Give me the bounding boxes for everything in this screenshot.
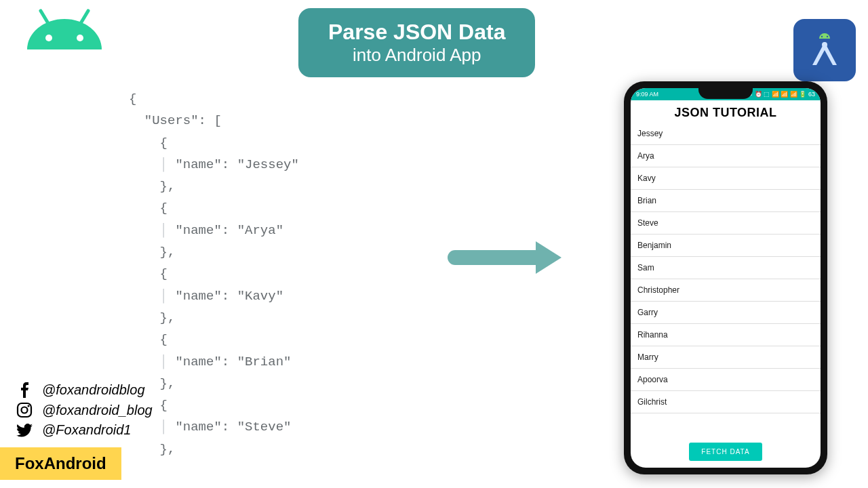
facebook-icon xyxy=(15,382,34,398)
phone-screen: 9:09 AM 46/s ✱ ⏰ ⬚ 📶 📶 📶 🔋 63 JSON TUTOR… xyxy=(631,88,821,468)
title-badge: Parse JSON Data into Android App xyxy=(298,8,535,77)
fetch-data-button[interactable]: FETCH DATA xyxy=(689,443,762,461)
arrow-icon xyxy=(448,241,570,274)
instagram-row: @foxandroid_blog xyxy=(15,402,153,418)
status-time: 9:09 AM xyxy=(636,91,658,98)
svg-point-8 xyxy=(22,407,28,413)
list-item[interactable]: Marry xyxy=(631,346,821,369)
svg-point-1 xyxy=(77,35,83,41)
list-item[interactable]: Garry xyxy=(631,302,821,324)
phone-notch xyxy=(698,88,753,99)
json-code-block: { "Users": [ { │ "name": "Jessey" }, { │… xyxy=(129,88,299,460)
facebook-handle: @foxandroidblog xyxy=(42,382,145,398)
svg-line-3 xyxy=(80,11,88,24)
list-item[interactable]: Arya xyxy=(631,145,821,167)
user-list: JesseyAryaKavyBrianSteveBenjaminSamChris… xyxy=(631,123,821,437)
svg-point-5 xyxy=(827,36,828,37)
twitter-icon xyxy=(15,424,34,437)
android-studio-icon xyxy=(793,19,856,81)
android-head-icon xyxy=(20,5,108,63)
list-item[interactable]: Sam xyxy=(631,257,821,279)
social-links: @foxandroidblog @foxandroid_blog @Foxand… xyxy=(15,382,153,442)
list-item[interactable]: Kavy xyxy=(631,167,821,190)
instagram-icon xyxy=(15,402,34,418)
instagram-handle: @foxandroid_blog xyxy=(42,403,153,418)
svg-line-2 xyxy=(41,11,49,24)
svg-point-6 xyxy=(822,42,827,47)
brand-tag: FoxAndroid xyxy=(0,447,121,480)
list-item[interactable]: Benjamin xyxy=(631,235,821,257)
phone-mockup: 9:09 AM 46/s ✱ ⏰ ⬚ 📶 📶 📶 🔋 63 JSON TUTOR… xyxy=(624,81,827,474)
list-item[interactable]: Apoorva xyxy=(631,369,821,391)
list-item[interactable]: Steve xyxy=(631,212,821,235)
svg-point-4 xyxy=(821,36,823,37)
title-line2: into Android App xyxy=(328,45,505,66)
list-item[interactable]: Jessey xyxy=(631,123,821,145)
svg-point-0 xyxy=(45,35,52,41)
twitter-handle: @Foxandroid1 xyxy=(42,422,131,438)
list-item[interactable]: Christopher xyxy=(631,279,821,302)
twitter-row: @Foxandroid1 xyxy=(15,422,153,438)
list-item[interactable]: Rihanna xyxy=(631,324,821,346)
svg-point-9 xyxy=(28,405,30,407)
list-item[interactable]: Gilchrist xyxy=(631,391,821,413)
title-line1: Parse JSON Data xyxy=(328,19,505,45)
list-item[interactable]: Brian xyxy=(631,190,821,212)
facebook-row: @foxandroidblog xyxy=(15,382,153,398)
app-title: JSON TUTORIAL xyxy=(631,100,821,123)
